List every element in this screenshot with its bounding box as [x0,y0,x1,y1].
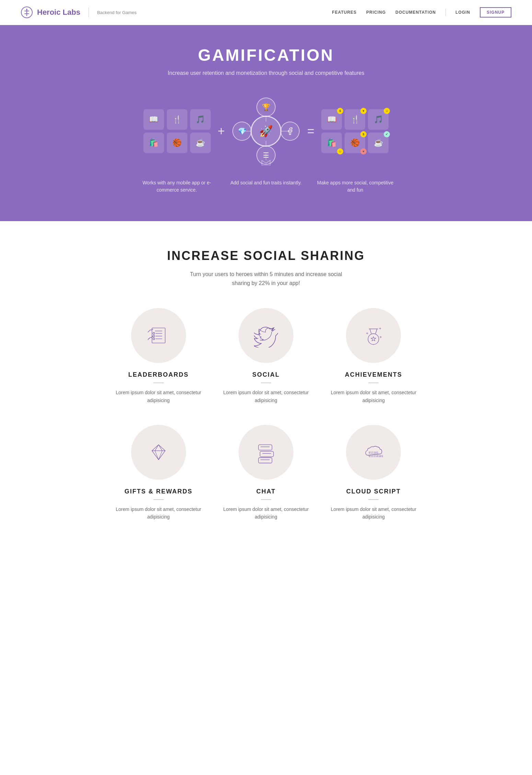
svg-text:+: + [379,326,381,331]
nav-link-documentation[interactable]: Documentation [395,10,436,15]
social-desc: Lorem ipsum dolor sit amet, consectetur … [219,389,313,404]
social-title: SOCIAL [252,371,280,378]
app-icon-fork: 🍴 [167,109,187,130]
result-icon-bag: 🛍️ ☺ [321,133,342,153]
trophy-circle: 🏆 [256,98,276,117]
chat-icon-circle [239,425,293,480]
svg-point-13 [153,338,154,340]
nav-logo-divider [89,8,89,17]
hero-section: GAMIFICATION Increase user retention and… [0,25,532,221]
social-sharing-section: INCREASE SOCIAL SHARING Turn your users … [0,221,532,548]
leaderboards-icon [147,323,171,347]
chat-divider [261,499,271,500]
social-twitter-icon [254,323,278,347]
badge-smile-2: ☺ [337,148,343,155]
svg-line-18 [375,329,377,334]
result-icons-grid: 📖 $ 🍴 ♥ 🎵 ☺ 🛍️ ☺ 🏀 $ ♥ ☕ ✓ [321,109,389,153]
navbar: Heroic Labs Backend for Games Features P… [0,0,532,25]
feature-social: SOCIAL Lorem ipsum dolor sit amet, conse… [219,308,313,404]
result-icon-coffee: ☕ ✓ [368,133,389,153]
feature-chat: CHAT Lorem ipsum dolor sit amet, consect… [219,425,313,521]
leaderboards-desc: Lorem ipsum dolor sit amet, consectetur … [112,389,205,404]
svg-text:+: + [366,331,368,336]
app-icon-coffee: ☕ [190,133,211,153]
plus-operator: + [218,124,225,138]
gifts-icon [147,440,171,464]
chat-icon [254,440,278,464]
social-section-subtitle: Turn your users to heroes within 5 minut… [180,270,352,287]
svg-marker-23 [152,445,165,460]
cloud-script-title: CLOUD SCRIPT [346,488,401,495]
cloud-script-icon: 011101 011110101 [361,440,385,464]
svg-point-1 [26,9,27,10]
gifts-desc: Lorem ipsum dolor sit amet, consectetur … [112,505,205,521]
achievements-desc: Lorem ipsum dolor sit amet, consectetur … [327,389,420,404]
svg-point-15 [368,334,379,345]
chat-title: CHAT [256,488,276,495]
result-icon-ball: 🏀 $ ♥ [345,133,365,153]
svg-rect-33 [258,458,272,463]
badge-dollar-1: $ [337,108,343,114]
nav-tagline: Backend for Games [97,10,137,15]
hero-subtitle: Increase user retention and monetization… [21,70,511,76]
nav-link-features[interactable]: Features [332,10,357,15]
nav-link-pricing[interactable]: Pricing [366,10,386,15]
equals-operator: = [307,124,314,138]
gifts-icon-circle [131,425,186,480]
signup-button[interactable]: SIGNUP [480,7,511,18]
brand-name: Heroic Labs [37,8,80,17]
caption-right: Make apps more social, competitive and f… [311,179,400,194]
badge-check-1: ✓ [384,131,390,137]
result-icon-music: 🎵 ☺ [368,109,389,130]
gifts-divider [153,499,164,500]
heroic-labs-logo-icon [21,6,33,19]
svg-text:011101: 011101 [369,451,379,454]
svg-point-9 [153,332,154,334]
features-grid: LEADERBOARDS Lorem ipsum dolor sit amet,… [112,308,420,521]
feature-cloud-script: 011101 011110101 CLOUD SCRIPT Lorem ipsu… [327,425,420,521]
result-icon-book: 📖 $ [321,109,342,130]
list-circle: ☰ [256,146,276,165]
nav-separator [446,9,446,16]
app-icon-ball: 🏀 [167,133,187,153]
nav-link-login[interactable]: Login [455,10,470,15]
leaderboards-divider [153,383,164,383]
nav-logo: Heroic Labs Backend for Games [21,6,137,19]
leaderboards-icon-circle [131,308,186,363]
achievements-icon-circle: + + + [346,308,401,363]
caption-center: Add social and fun traits instantly. [221,179,311,194]
chat-desc: Lorem ipsum dolor sit amet, consectetur … [219,505,313,521]
svg-rect-29 [258,445,272,450]
center-diagram: 🏆 💎 🚀 ☰ [232,97,300,166]
feature-gifts-rewards: GIFTS & REWARDS Lorem ipsum dolor sit am… [112,425,205,521]
result-icon-fork: 🍴 ♥ [345,109,365,130]
badge-smile-1: ☺ [384,108,390,114]
svg-rect-31 [260,451,273,457]
nav-links: Features Pricing Documentation Login SIG… [332,7,511,18]
gamification-diagram: 📖 🍴 🎵 🛍️ 🏀 ☕ + 🏆 [21,97,511,166]
social-icon-circle [239,308,293,363]
social-section-title: INCREASE SOCIAL SHARING [21,249,511,263]
rocket-circle: 🚀 [251,116,281,147]
svg-rect-7 [152,328,165,343]
caption-left: Works with any mobile app or e-commerce … [132,179,221,194]
app-icon-bag: 🛍️ [143,133,164,153]
feature-leaderboards: LEADERBOARDS Lorem ipsum dolor sit amet,… [112,308,205,404]
svg-point-11 [153,335,154,337]
cloud-script-icon-circle: 011101 011110101 [346,425,401,480]
gifts-title: GIFTS & REWARDS [125,488,193,495]
svg-text:+: + [380,335,382,340]
hero-title: GAMIFICATION [21,46,511,65]
svg-text:011110101: 011110101 [369,455,383,458]
achievements-icon: + + + [361,323,385,347]
cloud-script-divider [368,499,379,500]
badge-heart-2: ♥ [360,148,367,155]
badge-heart-1: ♥ [360,108,367,114]
badge-dollar-2: $ [360,131,367,137]
social-divider [261,383,271,383]
diamond-circle: 💎 [232,122,252,141]
achievements-divider [368,383,379,383]
social-circle [280,122,300,141]
svg-line-17 [370,329,371,334]
app-icon-music: 🎵 [190,109,211,130]
